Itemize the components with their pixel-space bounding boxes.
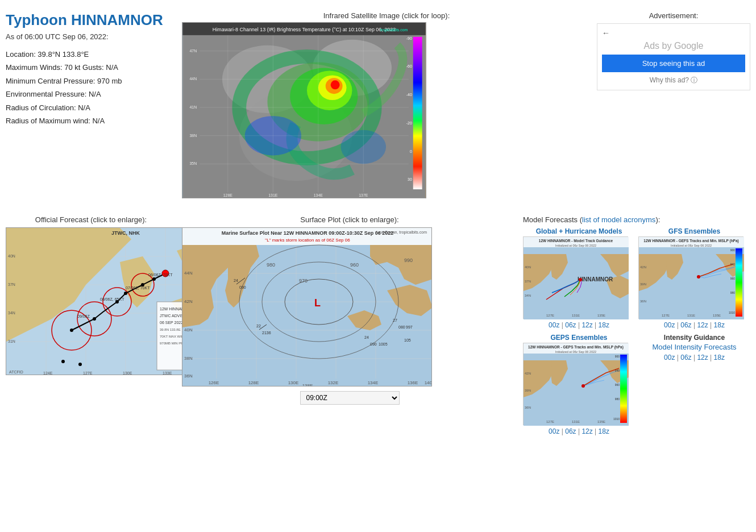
global-06z-link[interactable]: 06z [565, 321, 576, 329]
ad-back-button[interactable]: ← [602, 28, 610, 38]
satellite-panel[interactable]: Infrared Satellite Image (click for loop… [182, 11, 591, 198]
svg-point-83 [93, 317, 96, 321]
svg-rect-16 [413, 37, 422, 189]
svg-text:34N: 34N [8, 311, 15, 315]
svg-point-80 [141, 283, 144, 286]
svg-text:090: 090 [370, 342, 377, 346]
svg-text:970: 970 [299, 278, 308, 284]
intensity-links: 00z | 06z | 12z | 18z [638, 354, 750, 361]
svg-text:38N: 38N [189, 134, 197, 138]
gfs-12z-link[interactable]: 12z [697, 321, 708, 329]
gfs-00z-link[interactable]: 00z [664, 321, 675, 329]
svg-text:900: 900 [615, 355, 620, 358]
svg-point-13 [331, 80, 340, 89]
svg-text:132E: 132E [328, 380, 339, 385]
ad-title: Advertisement: [597, 11, 750, 20]
svg-text:Initialized at 06z Sep 06 2022: Initialized at 06z Sep 06 2022 [671, 244, 712, 247]
svg-text:1010: 1010 [613, 417, 620, 421]
geps-intensity-section: GEPS Ensembles 12W HINNAMNOR - GEPS Trac… [523, 334, 750, 435]
intensity-18z-link[interactable]: 18z [714, 354, 725, 361]
storm-env-pressure: Environmental Pressure: N/A [6, 88, 176, 101]
stop-ad-button[interactable]: Stop seeing this ad [602, 55, 745, 72]
geps-06z-link[interactable]: 06z [565, 427, 576, 435]
svg-text:133E: 133E [163, 371, 172, 375]
svg-text:Himawari-8 Channel 13 (IR) Bri: Himawari-8 Channel 13 (IR) Brightness Te… [213, 27, 396, 32]
storm-title: Typhoon HINNAMNOR [6, 11, 176, 29]
global-00z-link[interactable]: 00z [549, 321, 559, 329]
model-acronyms-link[interactable]: list of model acronyms [582, 215, 655, 224]
official-forecast-title[interactable]: Official Forecast (click to enlarge): [6, 215, 176, 224]
geps-12z-link[interactable]: 12z [581, 427, 592, 435]
geps-00z-link[interactable]: 00z [549, 427, 559, 435]
top-section: Typhoon HINNAMNOR As of 06:00 UTC Sep 06… [6, 6, 750, 204]
gfs-ensembles-title: GFS Ensembles [638, 227, 750, 235]
svg-text:136E: 136E [408, 380, 418, 385]
model-forecasts-title-text: Model Forecasts ( [523, 215, 582, 224]
model-grid: Global + Hurricane Models 12W HINNAMNOR … [523, 227, 750, 329]
svg-text:080: 080 [398, 325, 405, 329]
model-forecasts-title-end: ): [655, 215, 660, 224]
svg-text:JTWC, NHK: JTWC, NHK [111, 230, 140, 236]
svg-text:22: 22 [256, 324, 261, 328]
svg-text:997: 997 [406, 325, 413, 329]
storm-min-pressure: Minimum Central Pressure: 970 mb [6, 74, 176, 88]
svg-text:38N: 38N [184, 356, 193, 361]
geps-title: GEPS Ensembles [523, 334, 635, 342]
svg-text:-60: -60 [406, 64, 412, 68]
svg-text:42N: 42N [184, 299, 193, 304]
svg-text:980: 980 [615, 397, 620, 401]
svg-point-174 [581, 384, 585, 388]
observation-time-select[interactable]: Select Observation Time... 00:00Z 03:00Z… [300, 391, 400, 405]
svg-text:40N: 40N [525, 265, 531, 269]
surface-plot-title[interactable]: Surface Plot (click to enlarge): [182, 215, 517, 224]
satellite-image[interactable]: Himawari-8 Channel 13 (IR) Brightness Te… [182, 22, 426, 198]
intensity-00z-link[interactable]: 00z [664, 354, 675, 361]
svg-point-82 [115, 300, 119, 304]
global-models-links: 00z | 06z | 12z | 18z [523, 321, 635, 329]
intensity-12z-link[interactable]: 12z [697, 354, 708, 361]
svg-text:135E: 135E [713, 314, 721, 317]
svg-text:34N: 34N [525, 294, 531, 297]
svg-text:36N: 36N [525, 406, 531, 409]
storm-location: Location: 39.8°N 133.8°E [6, 48, 176, 61]
svg-text:ATCFID: ATCFID [9, 370, 23, 374]
svg-text:08/06Z, 65KT: 08/06Z, 65KT [100, 297, 124, 301]
svg-point-79 [152, 277, 156, 281]
svg-text:138E: 138E [302, 383, 313, 386]
model-intensity-forecasts-link[interactable]: Model Intensity Forecasts [652, 343, 736, 351]
svg-text:Marine Surface Plot Near 12W H: Marine Surface Plot Near 12W HINNAMNOR 0… [222, 230, 394, 236]
bottom-section: Official Forecast (click to enlarge): [6, 215, 750, 435]
storm-details: Location: 39.8°N 133.8°E Maximum Winds: … [6, 48, 176, 127]
why-ad-link[interactable]: Why this ad? ⓘ [602, 76, 745, 85]
geps-image[interactable]: 12W HINNAMNOR - GEPS Tracks and Min. MSL… [523, 343, 628, 425]
global-models-col: Global + Hurricane Models 12W HINNAMNOR … [523, 227, 635, 329]
gfs-18z-link[interactable]: 18z [714, 321, 725, 329]
gfs-ensembles-links: 00z | 06z | 12z | 18z [638, 321, 750, 329]
geps-18z-link[interactable]: 18z [599, 427, 609, 435]
svg-text:090: 090 [239, 285, 246, 289]
storm-time: As of 06:00 UTC Sep 06, 2022: [6, 32, 176, 41]
global-12z-link[interactable]: 12z [581, 321, 592, 329]
svg-text:124E: 124E [43, 371, 53, 375]
svg-text:990: 990 [404, 257, 413, 263]
global-models-image[interactable]: 12W HINNAMNOR - Model Track Guidance Ini… [523, 236, 628, 319]
svg-point-86 [78, 363, 82, 366]
svg-text:131E: 131E [687, 314, 695, 317]
satellite-title[interactable]: Infrared Satellite Image (click for loop… [182, 11, 591, 20]
global-18z-link[interactable]: 18z [599, 321, 609, 329]
ads-by-google-label: Ads by Google [602, 41, 745, 51]
gfs-ensembles-image[interactable]: 12W HINNAMNOR - GEFS Tracks and Min. MSL… [638, 236, 743, 319]
surface-plot-image[interactable]: Marine Surface Plot Near 12W HINNAMNOR 0… [182, 227, 432, 386]
svg-text:128E: 128E [223, 193, 233, 197]
intensity-06z-link[interactable]: 06z [680, 354, 691, 361]
gfs-ensembles-col: GFS Ensembles 12W HINNAMNOR - GEFS Track… [638, 227, 750, 329]
svg-text:127E: 127E [546, 420, 554, 423]
svg-text:Initialized at 06z Sep 06 2022: Initialized at 06z Sep 06 2022 [555, 350, 596, 354]
ad-box: ← Ads by Google Stop seeing this ad Why … [597, 23, 750, 90]
svg-point-84 [70, 329, 73, 332]
svg-point-157 [697, 275, 700, 279]
intensity-col: Intensity Guidance Model Intensity Forec… [638, 334, 750, 435]
gfs-06z-link[interactable]: 06z [680, 321, 691, 329]
svg-text:130E: 130E [288, 380, 299, 385]
svg-text:140E: 140E [425, 380, 432, 385]
